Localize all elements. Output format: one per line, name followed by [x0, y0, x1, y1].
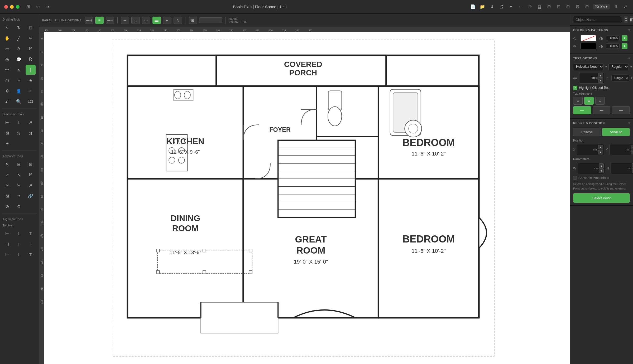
panel-layers-icon[interactable]: ◧	[630, 16, 633, 23]
x-up[interactable]: ▲	[598, 145, 603, 149]
h-up[interactable]: ▲	[632, 163, 633, 168]
fill-opacity-input[interactable]: 100%	[606, 36, 620, 41]
opt-cap1[interactable]: ─	[121, 17, 129, 24]
w-input[interactable]: 68.75	[579, 167, 593, 170]
adv1-tool[interactable]: ↖	[2, 159, 12, 169]
tool1-icon[interactable]: ✦	[507, 3, 514, 10]
dim7-tool[interactable]: ✦	[2, 138, 12, 148]
wave-tool[interactable]: 〜	[2, 65, 12, 75]
align4-tool[interactable]: ⊣	[2, 239, 12, 249]
h-input[interactable]: 12.00	[612, 167, 626, 170]
undo-icon[interactable]: ↩	[34, 3, 41, 10]
crop-tool[interactable]: ⊡	[26, 23, 36, 33]
opt-distribute[interactable]: ⊞	[189, 17, 197, 24]
tool7-icon[interactable]: ⊟	[564, 3, 571, 10]
stroke-opacity-input[interactable]: 100%	[606, 43, 620, 49]
circle-tool[interactable]: ◎	[2, 54, 12, 64]
font-size-up[interactable]: ▲	[598, 73, 603, 78]
stroke-add-btn[interactable]: +	[622, 43, 627, 49]
align-bottom-btn[interactable]: —	[612, 106, 630, 114]
dim6-tool[interactable]: ◑	[26, 128, 36, 138]
scale-tool[interactable]: 1:1	[26, 96, 36, 106]
panel-settings-icon[interactable]: ⚙	[624, 16, 628, 23]
open-icon[interactable]: 📁	[479, 3, 486, 10]
opt-cap5[interactable]: ↵	[163, 17, 171, 24]
fill-color-swatch[interactable]	[581, 35, 596, 41]
adv2-tool[interactable]: ⊞	[14, 159, 24, 169]
select-point-button[interactable]: Select Point	[573, 193, 630, 203]
rect-tool[interactable]: ▭	[2, 44, 12, 54]
adv5-tool[interactable]: ⤡	[14, 170, 24, 180]
tool5-icon[interactable]: ⊞	[545, 3, 552, 10]
align7-tool[interactable]: ⊢	[2, 250, 12, 260]
adv3-tool[interactable]: ⊟	[26, 159, 36, 169]
tool6-icon[interactable]: ⊡	[555, 3, 562, 10]
hand-tool[interactable]: ✋	[2, 33, 12, 43]
relative-toggle[interactable]: Relative	[573, 128, 601, 136]
text-options-header[interactable]: TEXT OPTIONS ▾	[570, 54, 633, 62]
w-up[interactable]: ▲	[599, 163, 604, 168]
maximize-button[interactable]	[16, 5, 20, 9]
adv8-tool[interactable]: ✂	[14, 180, 24, 190]
export-icon[interactable]: ⬇	[488, 3, 495, 10]
align1-tool[interactable]: ⊢	[2, 229, 12, 239]
new-doc-icon[interactable]: 📄	[469, 3, 476, 10]
stroke-color-swatch[interactable]	[581, 43, 596, 49]
dim2-tool[interactable]: ⊥	[14, 117, 24, 127]
align-right-btn[interactable]: ≡	[595, 97, 605, 105]
redo-icon[interactable]: ↪	[44, 3, 51, 10]
zoom-control[interactable]: 70.0% ▾	[593, 4, 610, 9]
adv9-tool[interactable]: ↗	[26, 180, 36, 190]
x-tool[interactable]: ✕	[26, 86, 36, 96]
line-tool[interactable]: ╱	[14, 33, 24, 43]
font-style-select[interactable]: Regular	[608, 63, 629, 70]
align5-tool[interactable]: ⊦	[14, 239, 24, 249]
y-down[interactable]: ▼	[631, 150, 633, 154]
text-tool[interactable]: A	[14, 44, 24, 54]
move-tool[interactable]: ✥	[2, 86, 12, 96]
adv7-tool[interactable]: ✂	[2, 180, 12, 190]
align-left-btn[interactable]: ≡	[573, 97, 583, 105]
close-button[interactable]	[4, 5, 8, 9]
highlight-checkbox[interactable]: ✓	[573, 86, 577, 90]
absolute-toggle[interactable]: Absolute	[602, 128, 630, 136]
x-down[interactable]: ▼	[598, 150, 603, 154]
floorplan-canvas[interactable]: COVERED PORCH FOYER KITCHEN 11'-6" X 9'-…	[44, 32, 570, 364]
align-center-btn[interactable]: ≡	[584, 97, 594, 105]
spike-tool[interactable]: ⌖	[14, 75, 24, 85]
adv14-tool[interactable]: ⊘	[14, 201, 24, 211]
opt-cap3[interactable]: ▭	[142, 17, 150, 24]
opt-cap2[interactable]: ▭	[131, 17, 140, 24]
align2-tool[interactable]: ⊥	[14, 229, 24, 239]
fill-add-btn[interactable]: +	[622, 35, 627, 41]
share-icon[interactable]: ⬆	[612, 3, 619, 10]
dim1-tool[interactable]: ⊢	[2, 117, 12, 127]
y-up[interactable]: ▲	[631, 145, 633, 149]
align-middle-btn[interactable]: —	[593, 106, 611, 114]
tool4-icon[interactable]: ▦	[536, 3, 543, 10]
align-top-btn[interactable]: —	[573, 106, 591, 114]
person-tool[interactable]: 👤	[14, 86, 24, 96]
arc-tool[interactable]: R	[26, 54, 36, 64]
align8-tool[interactable]: ⊥	[14, 250, 24, 260]
tool3-icon[interactable]: ⊕	[526, 3, 533, 10]
w-down[interactable]: ▼	[599, 168, 604, 173]
colors-section-header[interactable]: COLORS & PATTERNS ▾	[570, 26, 633, 34]
constrain-checkbox[interactable]	[573, 176, 577, 180]
star-tool[interactable]: ★	[26, 75, 36, 85]
font-family-select[interactable]: Helvetica Neue	[573, 63, 604, 70]
poly-tool[interactable]: ⬡	[2, 75, 12, 85]
adv12-tool[interactable]: 🔗	[26, 191, 36, 201]
pin-tool[interactable]: P	[26, 44, 36, 54]
minimize-button[interactable]	[10, 5, 14, 9]
adv10-tool[interactable]: ⊠	[2, 191, 12, 201]
line-width-input[interactable]: 3.00 mm	[202, 18, 220, 22]
print-icon[interactable]: 🖨	[498, 3, 505, 10]
opt-style2[interactable]: ≡	[95, 17, 104, 24]
font-size-input[interactable]: 18	[581, 76, 595, 80]
zoom-tool[interactable]: 🔍	[14, 96, 24, 106]
resize-section-header[interactable]: RESIZE & POSITION ▾	[570, 119, 633, 127]
rotate-tool[interactable]: ↻	[14, 23, 24, 33]
fullscreen-icon[interactable]: ⤢	[622, 3, 629, 10]
opt-style1[interactable]: ⊢⊣	[85, 17, 93, 24]
